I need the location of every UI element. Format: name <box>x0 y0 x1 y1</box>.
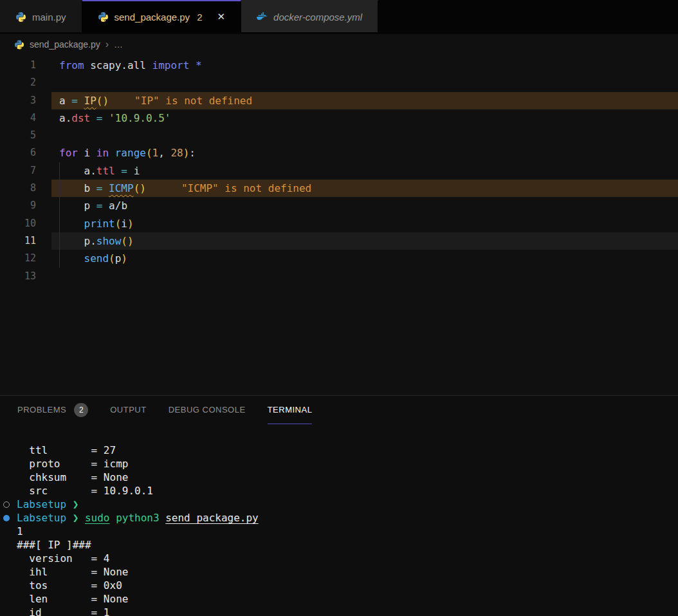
line-number: 10 <box>0 215 51 232</box>
terminal-link[interactable]: sudo <box>85 512 110 524</box>
tab-label: docker-compose.yml <box>273 12 362 23</box>
panel-tab-debug-console[interactable]: DEBUG CONSOLE <box>169 396 246 424</box>
code-line: 6for i in range(1, 28): <box>0 144 678 162</box>
code-line-content: a.ttl = i <box>51 162 678 180</box>
terminal-line: src = 10.9.0.1 <box>0 484 678 498</box>
code-line-content: a.dst = '10.9.0.5' <box>51 109 678 127</box>
indent-guide <box>59 232 60 250</box>
terminal-line: len = None <box>0 592 678 606</box>
line-number: 8 <box>0 180 51 197</box>
code-line-content: print(i) <box>51 215 678 232</box>
panel-tab-problems[interactable]: PROBLEMS2 <box>17 396 88 424</box>
code-line-content: b = ICMP()"ICMP" is not defined <box>51 180 678 197</box>
code-token <box>59 235 84 247</box>
code-line: 12 send(p) <box>0 250 678 267</box>
line-number: 12 <box>0 250 51 267</box>
terminal-text: chksum = None <box>17 471 128 483</box>
terminal-text: tos = 0x0 <box>17 579 122 592</box>
code-token: i <box>134 165 140 177</box>
tab-send_package.py[interactable]: send_package.py2✕ <box>82 0 242 32</box>
code-line-content: for i in range(1, 28): <box>51 144 678 162</box>
code-token <box>59 182 84 194</box>
terminal-output[interactable]: ttl = 27 proto = icmp chksum = None src … <box>0 424 678 616</box>
code-token <box>127 165 134 177</box>
code-token <box>84 59 91 71</box>
line-number: 6 <box>0 144 51 162</box>
terminal-text: ❯ <box>73 512 85 524</box>
terminal-line: id = 1 <box>0 606 678 616</box>
code-line-content: p.show() <box>51 232 678 250</box>
panel-tab-terminal[interactable]: TERMINAL <box>268 396 313 424</box>
code-token: a <box>84 165 91 177</box>
terminal-link[interactable]: send_package.py <box>165 512 259 524</box>
vscode-window: main.pysend_package.py2✕docker-compose.y… <box>0 0 678 616</box>
breadcrumb-file[interactable]: send_package.py <box>30 39 100 50</box>
tab-docker-compose.yml[interactable]: docker-compose.yml <box>241 0 378 32</box>
code-token: ) <box>121 252 127 265</box>
chevron-right-icon: › <box>105 39 109 50</box>
code-token: in <box>96 147 109 159</box>
terminal-line: tos = 0x0 <box>0 579 678 592</box>
tab-problem-badge: 2 <box>197 12 202 23</box>
tab-label: main.py <box>32 12 66 23</box>
breadcrumb[interactable]: send_package.py › … <box>0 34 678 55</box>
terminal-line: Labsetup ❯ sudo python3 send_package.py <box>0 511 678 525</box>
code-token: send <box>84 252 109 265</box>
code-token: a <box>59 112 66 124</box>
terminal-text: Labsetup <box>17 498 73 510</box>
code-line-content: a = IP()"IP" is not defined <box>51 92 678 109</box>
code-editor[interactable]: 1from scapy.all import *23a = IP()"IP" i… <box>0 55 678 395</box>
terminal-line: Labsetup ❯ <box>0 498 678 511</box>
code-token <box>102 182 109 194</box>
indent-guide <box>59 180 60 197</box>
code-token: import <box>152 59 190 71</box>
problems-count-badge: 2 <box>74 403 88 417</box>
code-token: / <box>115 200 122 212</box>
tab-main.py[interactable]: main.py <box>0 0 82 32</box>
panel-tab-label: OUTPUT <box>110 405 146 415</box>
code-token: ) <box>127 235 134 247</box>
code-token: . <box>66 112 72 124</box>
bottom-panel: PROBLEMS2OUTPUTDEBUG CONSOLETERMINAL ttl… <box>0 395 678 616</box>
terminal-text: ###[ IP ]### <box>17 539 91 551</box>
code-token <box>189 59 196 71</box>
code-token: ( <box>121 235 127 247</box>
panel-tab-bar: PROBLEMS2OUTPUTDEBUG CONSOLETERMINAL <box>0 396 678 424</box>
tab-bar-empty-space <box>378 0 678 32</box>
terminal-line: ttl = 27 <box>0 443 678 457</box>
command-pending-circle-icon <box>3 501 10 508</box>
code-line-content <box>51 74 678 91</box>
code-token <box>146 59 152 71</box>
code-token <box>66 95 72 107</box>
indent-guide <box>59 162 60 180</box>
code-line: 5 <box>0 127 678 144</box>
close-icon[interactable]: ✕ <box>217 11 225 23</box>
code-token: i <box>121 218 127 230</box>
code-token: ) <box>102 95 109 107</box>
terminal-text: len = None <box>17 593 128 605</box>
panel-tab-output[interactable]: OUTPUT <box>110 396 146 424</box>
indent-guide <box>59 250 60 267</box>
python-icon <box>14 39 24 50</box>
breadcrumb-symbol-ellipsis[interactable]: … <box>114 39 123 50</box>
code-token <box>59 200 84 212</box>
terminal-text: ❯ <box>73 498 79 510</box>
code-token: print <box>84 218 115 230</box>
code-token: 1 <box>152 147 159 159</box>
terminal-text: ihl = None <box>17 566 128 578</box>
code-token: . <box>90 235 96 247</box>
code-token: , <box>158 147 170 159</box>
terminal-text: Labsetup <box>17 512 73 524</box>
code-line-content <box>51 127 678 144</box>
line-number: 11 <box>0 232 51 250</box>
terminal-text: python3 <box>116 512 159 524</box>
code-line: 11 p.show() <box>0 232 678 250</box>
code-token: = <box>96 200 103 212</box>
line-number: 1 <box>0 57 51 74</box>
python-icon <box>15 12 26 23</box>
code-token: scapy.all <box>90 59 146 71</box>
indent-guide <box>59 197 60 214</box>
terminal-line: version = 4 <box>0 552 678 565</box>
code-token: = <box>96 182 103 194</box>
code-token <box>115 165 122 177</box>
